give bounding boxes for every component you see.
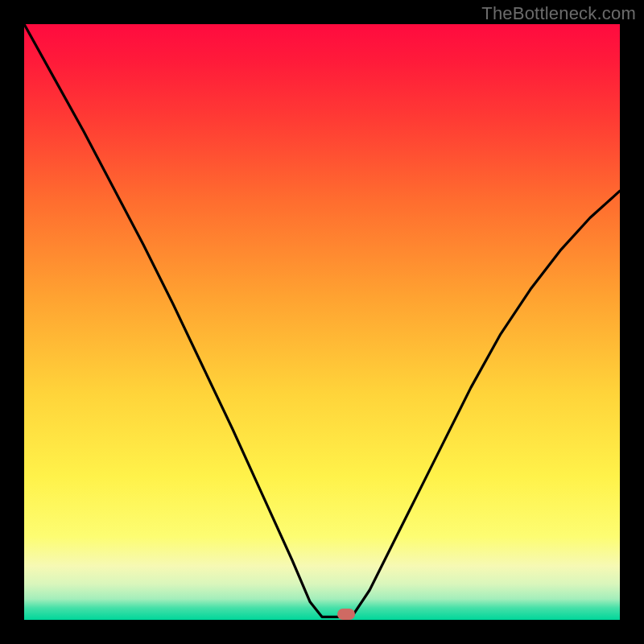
plot-area (24, 24, 620, 620)
chart-frame: TheBottleneck.com (0, 0, 644, 644)
curve-path (24, 24, 620, 617)
min-marker (337, 609, 355, 620)
bottleneck-curve (24, 24, 620, 620)
watermark-text: TheBottleneck.com (481, 3, 636, 24)
